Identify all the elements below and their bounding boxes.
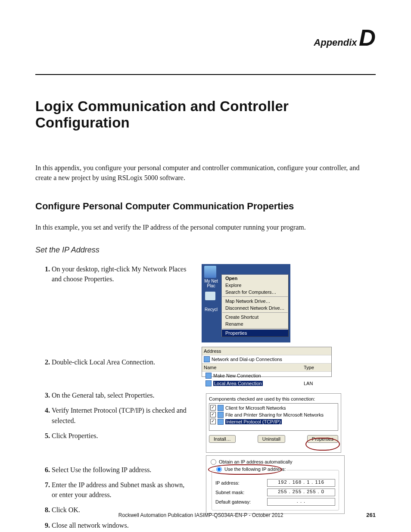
address-label: Address: [204, 348, 330, 354]
row-lan-type: LAN: [304, 381, 330, 386]
row-lan-label: Local Area Connection: [213, 381, 263, 386]
checkbox-icon[interactable]: [210, 419, 216, 424]
column-type[interactable]: Type: [304, 365, 330, 370]
component-client-label: Client for Microsoft Networks: [225, 405, 286, 411]
component-icon: [218, 405, 224, 411]
menu-separator: [222, 328, 288, 329]
section-heading: Configure Personal Computer Communicatio…: [35, 201, 376, 212]
components-list[interactable]: Client for Microsoft Networks File and P…: [209, 403, 338, 431]
step-3: On the General tab, select Properties.: [52, 390, 190, 400]
step-4: Verify Internet Protocol (TCP/IP) is che…: [52, 405, 190, 425]
step-6: Select Use the following IP address.: [52, 465, 190, 475]
figure-components-panel: Components checked are used by this conn…: [206, 393, 341, 453]
connection-icon: [206, 380, 212, 386]
step-9: Close all network windows.: [52, 520, 190, 530]
my-network-places-icon: [204, 266, 216, 278]
menu-separator: [222, 296, 288, 297]
appendix-header: Appendix D: [35, 26, 376, 49]
step-5: Click Properties.: [52, 431, 190, 441]
figure-connections-window: Address Network and Dial-up Connections …: [202, 347, 332, 377]
step-2: Double-click Local Area Connection.: [52, 357, 190, 367]
menu-search-computers[interactable]: Search for Computers…: [222, 289, 288, 296]
menu-map-drive[interactable]: Map Network Drive…: [222, 298, 288, 305]
radio-obtain-auto[interactable]: Obtain an IP address automatically: [211, 459, 340, 465]
page-title: Logix Communication and Controller Confi…: [35, 98, 376, 131]
address-value: Network and Dial-up Connections: [210, 356, 330, 362]
default-gateway-label: Default gateway:: [215, 499, 267, 504]
menu-rename[interactable]: Rename: [222, 320, 288, 327]
section-subtext: In this example, you set and verify the …: [35, 222, 376, 232]
appendix-label: Appendix: [314, 37, 357, 48]
subsection-heading: Set the IP Address: [35, 246, 376, 255]
uninstall-button[interactable]: Uninstall: [258, 435, 285, 443]
component-icon: [218, 412, 224, 418]
header-rule: [35, 74, 376, 75]
context-menu: Open Explore Search for Computers… Map N…: [221, 274, 289, 337]
column-name[interactable]: Name: [204, 365, 304, 370]
page-number: 261: [366, 512, 376, 518]
checkbox-icon[interactable]: [210, 405, 216, 411]
footer-publication: Rockwell Automation Publication IASIMP-Q…: [118, 512, 252, 518]
menu-create-shortcut[interactable]: Create Shortcut: [222, 314, 288, 320]
component-tcpip[interactable]: Internet Protocol (TCP/IP): [210, 418, 337, 425]
recycle-bin-icon: [205, 292, 215, 300]
radio-use-following-label: Use the following IP address:: [224, 467, 286, 472]
footer-date: October 2012: [252, 512, 283, 518]
components-label: Components checked are used by this conn…: [209, 396, 338, 401]
menu-disconnect-drive[interactable]: Disconnect Network Drive…: [222, 305, 288, 311]
folder-icon: [204, 356, 210, 362]
connection-icon: [206, 373, 212, 379]
component-file-share[interactable]: File and Printer Sharing for Microsoft N…: [210, 411, 337, 418]
radio-input[interactable]: [211, 459, 216, 465]
default-gateway-field[interactable]: . . .: [267, 498, 335, 506]
radio-input[interactable]: [216, 467, 222, 472]
lead-paragraph: In this appendix, you configure your per…: [35, 163, 376, 183]
figure-ip-settings: Obtain an IP address automatically Use t…: [206, 455, 345, 514]
menu-separator: [222, 312, 288, 313]
menu-open[interactable]: Open: [222, 275, 288, 282]
step-1: On your desktop, right-click My Network …: [52, 264, 190, 284]
steps-list: On your desktop, right-click My Network …: [35, 264, 190, 530]
figure-context-menu: My Net Plac Recycl Open Explore Search f…: [202, 264, 290, 342]
component-client[interactable]: Client for Microsoft Networks: [210, 404, 337, 411]
step-7: Enter the IP address and Subnet mask as …: [52, 480, 190, 500]
checkbox-icon[interactable]: [210, 412, 216, 417]
menu-explore[interactable]: Explore: [222, 282, 288, 289]
recycle-bin-label: Recycl: [202, 307, 220, 312]
component-file-share-label: File and Printer Sharing for Microsoft N…: [225, 412, 324, 417]
row-lan[interactable]: Local Area Connection: [204, 380, 304, 387]
row-make-new-label: Make New Connection: [213, 373, 261, 378]
radio-obtain-auto-label: Obtain an IP address automatically: [219, 459, 292, 464]
subnet-mask-field[interactable]: 255 . 255 . 255 . 0: [267, 488, 335, 496]
component-tcpip-label: Internet Protocol (TCP/IP): [225, 419, 282, 424]
page-footer: Rockwell Automation Publication IASIMP-Q…: [35, 512, 376, 518]
properties-button[interactable]: Properties: [307, 435, 338, 443]
subnet-mask-label: Subnet mask:: [215, 490, 267, 495]
ip-address-field[interactable]: 192 . 168 . 1 . 116: [267, 479, 335, 487]
install-button[interactable]: Install…: [209, 435, 236, 443]
row-make-new[interactable]: Make New Connection: [204, 372, 304, 379]
menu-properties[interactable]: Properties: [222, 330, 288, 336]
my-network-places-label: My Net Plac: [202, 279, 220, 288]
appendix-letter: D: [359, 26, 376, 49]
component-icon: [218, 419, 224, 425]
ip-group: Use the following IP address: IP address…: [212, 467, 339, 510]
ip-address-label: IP address:: [215, 480, 267, 485]
